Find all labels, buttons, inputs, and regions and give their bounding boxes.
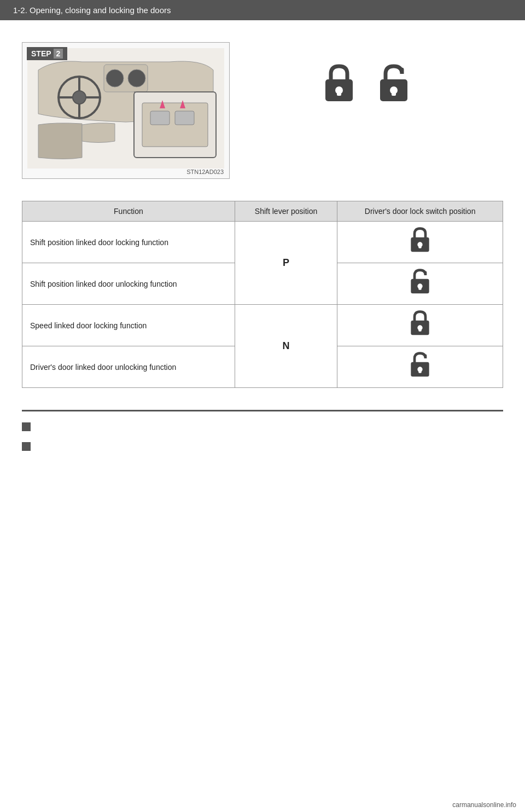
table-cell-function: Shift position linked door unlocking fun… [22,263,235,305]
note-bullet-2 [22,442,31,451]
functions-table-section: Function Shift lever position Driver's d… [22,201,503,388]
main-content: STEP 2 [0,20,525,494]
functions-table: Function Shift lever position Driver's d… [22,201,503,388]
car-interior-illustration [22,43,229,174]
svg-rect-19 [337,90,341,96]
svg-rect-13 [175,111,194,125]
image-caption: STN12AD023 [186,169,224,175]
col-header-lock: Driver's door lock switch position [337,201,503,222]
svg-rect-25 [418,245,421,248]
table-cell-function: Shift position linked door locking funct… [22,222,235,263]
svg-point-8 [106,69,124,87]
svg-rect-34 [418,369,421,373]
table-cell-shift: P [235,222,337,305]
step-label: STEP [31,49,51,58]
col-header-function: Function [22,201,235,222]
svg-rect-22 [392,90,396,96]
table-row: Shift position linked door locking funct… [22,222,503,263]
step-number: 2 [54,49,63,59]
car-interior-svg [27,48,224,169]
svg-rect-12 [150,111,170,125]
note-bullet-1 [22,422,31,431]
svg-rect-31 [418,328,421,332]
locked-icon [323,64,355,105]
top-section: STEP 2 [22,42,503,179]
table-cell-function: Driver's door linked door unlocking func… [22,346,235,388]
svg-rect-28 [418,286,421,290]
table-cell-shift: N [235,305,337,388]
svg-point-9 [128,69,145,87]
page-header: 1-2. Opening, closing and locking the do… [0,0,525,20]
locked-padlock-svg [323,64,355,103]
footer: carmanualsonline.info [444,798,525,812]
step-image-container: STEP 2 [22,42,230,179]
note-item-1 [22,421,503,431]
lock-icons-area [230,42,503,179]
note-item-2 [22,441,503,451]
table-cell-lock-icon [337,346,503,388]
table-cell-function: Speed linked door locking function [22,305,235,346]
header-title: 1-2. Opening, closing and locking the do… [13,5,171,15]
step-badge: STEP 2 [27,47,67,60]
svg-point-2 [73,91,86,104]
table-cell-lock-icon [337,222,503,263]
col-header-shift: Shift lever position [235,201,337,222]
table-row: Speed linked door locking functionN [22,305,503,346]
footer-url: carmanualsonline.info [452,801,516,809]
table-cell-lock-icon [337,305,503,346]
unlocked-padlock-svg [377,64,410,103]
notes-section [22,421,503,461]
unlocked-icon [377,64,410,105]
section-divider [22,410,503,411]
table-header-row: Function Shift lever position Driver's d… [22,201,503,222]
table-cell-lock-icon [337,263,503,305]
